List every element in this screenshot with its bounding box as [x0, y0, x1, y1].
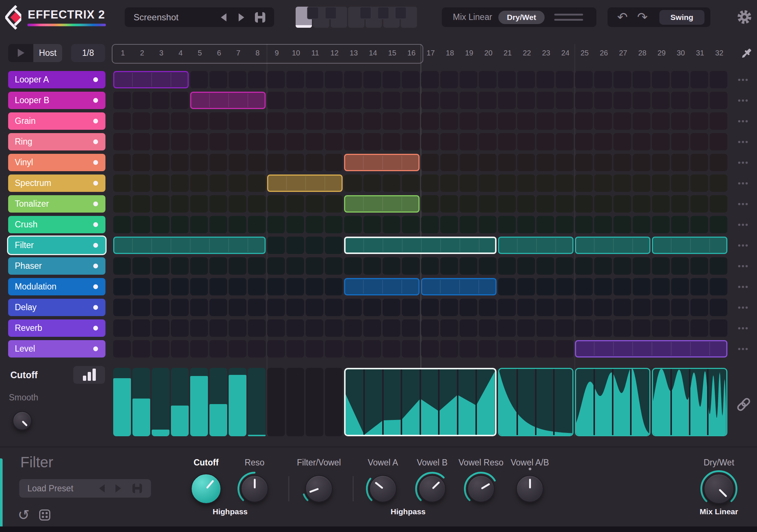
- grid-cell[interactable]: [325, 216, 343, 233]
- grid-cell[interactable]: [306, 278, 323, 295]
- grid-cell[interactable]: [575, 195, 593, 213]
- grid-cell[interactable]: [325, 237, 343, 254]
- grid-cell[interactable]: [556, 112, 573, 130]
- grid-cell[interactable]: [421, 216, 439, 233]
- grid-cell[interactable]: [383, 112, 400, 130]
- grid-cell[interactable]: [248, 216, 266, 233]
- grid-cell[interactable]: [440, 154, 458, 171]
- track-enable-dot[interactable]: [93, 77, 98, 82]
- grid-cell[interactable]: [402, 92, 420, 109]
- grid-cell[interactable]: [344, 133, 362, 150]
- grid-cell[interactable]: [671, 195, 689, 213]
- track-enable-dot[interactable]: [93, 326, 98, 331]
- grid-cell[interactable]: [575, 257, 593, 275]
- grid-cell[interactable]: [556, 92, 573, 109]
- grid-cell[interactable]: [229, 154, 246, 171]
- grid-cell[interactable]: [671, 174, 689, 192]
- knob-cutoff[interactable]: [187, 470, 225, 508]
- grid-cell[interactable]: [440, 71, 458, 88]
- grid-cell[interactable]: [498, 154, 516, 171]
- grid-cell[interactable]: [132, 278, 150, 295]
- grid-cell[interactable]: [613, 299, 631, 316]
- grid-cell[interactable]: [267, 257, 285, 275]
- grid-cell[interactable]: [613, 174, 631, 192]
- track-delay[interactable]: Delay: [8, 299, 105, 316]
- grid-cell[interactable]: [633, 154, 650, 171]
- grid-cell[interactable]: [325, 299, 343, 316]
- grid-cell[interactable]: [652, 216, 670, 233]
- grid-cell[interactable]: [363, 133, 381, 150]
- grid-cell[interactable]: [613, 195, 631, 213]
- grid-cell[interactable]: [113, 319, 131, 337]
- grid-cell[interactable]: [344, 92, 362, 109]
- mix-slider-icon[interactable]: [554, 14, 583, 16]
- grid-cell[interactable]: [325, 154, 343, 171]
- grid-cell[interactable]: [479, 299, 497, 316]
- grid-cell[interactable]: [132, 133, 150, 150]
- grid-cell[interactable]: [248, 340, 266, 358]
- grid-cell[interactable]: [710, 216, 727, 233]
- grid-cell[interactable]: [690, 278, 708, 295]
- step-mode-button[interactable]: [73, 366, 105, 384]
- block-spectrum-9[interactable]: [267, 174, 343, 192]
- grid-cell[interactable]: [363, 71, 381, 88]
- grid-cell[interactable]: [440, 216, 458, 233]
- track-menu-button[interactable]: [735, 340, 751, 358]
- grid-cell[interactable]: [517, 257, 535, 275]
- grid-cell[interactable]: [479, 319, 497, 337]
- automation-empty-step[interactable]: [306, 368, 323, 436]
- grid-cell[interactable]: [556, 257, 573, 275]
- grid-cell[interactable]: [479, 92, 497, 109]
- grid-cell[interactable]: [325, 92, 343, 109]
- grid-cell[interactable]: [498, 216, 516, 233]
- grid-cell[interactable]: [710, 92, 727, 109]
- grid-cell[interactable]: [132, 257, 150, 275]
- grid-cell[interactable]: [652, 71, 670, 88]
- grid-cell[interactable]: [671, 278, 689, 295]
- grid-cell[interactable]: [613, 154, 631, 171]
- grid-cell[interactable]: [479, 195, 497, 213]
- grid-cell[interactable]: [383, 71, 400, 88]
- grid-cell[interactable]: [556, 278, 573, 295]
- grid-cell[interactable]: [113, 257, 131, 275]
- track-menu-button[interactable]: [735, 278, 751, 295]
- grid-cell[interactable]: [209, 133, 227, 150]
- grid-cell[interactable]: [421, 257, 439, 275]
- grid-cell[interactable]: [421, 154, 439, 171]
- swing-button[interactable]: Swing: [659, 10, 704, 25]
- grid-cell[interactable]: [652, 112, 670, 130]
- grid-cell[interactable]: [363, 112, 381, 130]
- grid-cell[interactable]: [690, 112, 708, 130]
- grid-cell[interactable]: [229, 71, 246, 88]
- grid-cell[interactable]: [286, 237, 304, 254]
- grid-cell[interactable]: [498, 278, 516, 295]
- grid-cell[interactable]: [690, 92, 708, 109]
- grid-cell[interactable]: [402, 319, 420, 337]
- grid-cell[interactable]: [671, 257, 689, 275]
- grid-cell[interactable]: [190, 319, 208, 337]
- grid-cell[interactable]: [402, 112, 420, 130]
- automation-step[interactable]: [171, 368, 189, 436]
- block-filter-21[interactable]: [498, 237, 573, 254]
- grid-cell[interactable]: [286, 319, 304, 337]
- grid-cell[interactable]: [633, 112, 650, 130]
- grid-cell[interactable]: [132, 174, 150, 192]
- grid-cell[interactable]: [613, 278, 631, 295]
- grid-cell[interactable]: [613, 216, 631, 233]
- automation-step[interactable]: [209, 368, 227, 436]
- grid-cell[interactable]: [113, 112, 131, 130]
- grid-cell[interactable]: [671, 112, 689, 130]
- track-menu-button[interactable]: [735, 154, 751, 171]
- grid-cell[interactable]: [248, 319, 266, 337]
- pattern-key-sharp[interactable]: [325, 7, 337, 19]
- track-grain[interactable]: Grain: [8, 112, 105, 130]
- track-enable-dot[interactable]: [93, 305, 98, 310]
- grid-cell[interactable]: [190, 71, 208, 88]
- grid-cell[interactable]: [229, 278, 246, 295]
- grid-cell[interactable]: [306, 133, 323, 150]
- grid-cell[interactable]: [633, 92, 650, 109]
- grid-cell[interactable]: [671, 154, 689, 171]
- grid-cell[interactable]: [190, 216, 208, 233]
- grid-cell[interactable]: [498, 112, 516, 130]
- grid-cell[interactable]: [402, 174, 420, 192]
